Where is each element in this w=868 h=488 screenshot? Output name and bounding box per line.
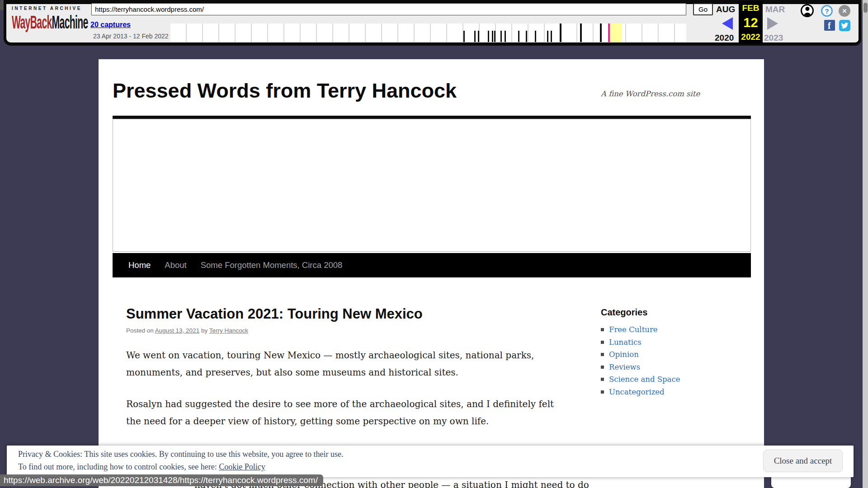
- header-image-placeholder: [113, 119, 751, 252]
- post-date-link[interactable]: August 13, 2021: [155, 327, 199, 334]
- capture-tick-icon: [580, 23, 582, 42]
- category-link[interactable]: Opinion: [609, 350, 639, 359]
- facebook-share-icon[interactable]: f: [824, 20, 835, 31]
- capture-tick-icon: [492, 31, 493, 42]
- category-link[interactable]: Free Culture: [609, 325, 658, 334]
- current-month-label: FEB: [742, 3, 760, 13]
- help-icon[interactable]: ?: [821, 5, 833, 17]
- category-item[interactable]: Free Culture: [601, 324, 755, 336]
- category-item[interactable]: Opinion: [601, 348, 755, 361]
- by-label: by: [201, 327, 208, 334]
- category-item[interactable]: Uncategorized: [601, 386, 755, 399]
- cookie-policy-link[interactable]: Cookie Policy: [219, 462, 265, 471]
- close-toolbar-icon[interactable]: ✕: [839, 5, 850, 17]
- bullet-icon: [601, 353, 604, 356]
- category-link[interactable]: Lunatics: [609, 338, 642, 347]
- bullet-icon: [601, 390, 604, 394]
- next-capture-arrow-icon[interactable]: [767, 17, 778, 30]
- categories-list: Free Culture Lunatics Opinion Reviews Sc…: [601, 324, 755, 398]
- cookie-banner: Privacy & Cookies: This site uses cookie…: [7, 446, 854, 477]
- capture-tick-icon: [494, 31, 495, 42]
- category-link[interactable]: Uncategorized: [609, 388, 665, 396]
- capture-tick-icon: [463, 31, 465, 42]
- bullet-icon: [601, 328, 604, 331]
- current-year-label: 2022: [741, 32, 760, 42]
- bullet-icon: [601, 378, 604, 381]
- capture-tick-icon: [600, 23, 602, 42]
- post-paragraph: Rosalyn had suggested the desire to see …: [126, 395, 556, 430]
- category-link[interactable]: Science and Space: [609, 375, 680, 384]
- capture-tick-icon: [560, 23, 561, 42]
- category-link[interactable]: Reviews: [609, 363, 640, 371]
- captures-date-range: 23 Apr 2013 - 12 Feb 2022: [93, 33, 169, 40]
- cookie-notice-line1: Privacy & Cookies: This site uses cookie…: [18, 450, 344, 459]
- nav-item-home[interactable]: Home: [128, 260, 151, 270]
- category-item[interactable]: Reviews: [601, 361, 755, 374]
- archive-url-input[interactable]: [91, 3, 686, 15]
- go-button[interactable]: Go: [693, 3, 713, 15]
- bullet-icon: [601, 341, 604, 344]
- nav-item-about[interactable]: About: [165, 260, 186, 270]
- captures-count-link[interactable]: 20 captures: [90, 21, 131, 29]
- category-item[interactable]: Lunatics: [601, 336, 755, 349]
- twitter-share-icon[interactable]: [839, 20, 850, 31]
- current-day-label: 12: [743, 16, 758, 29]
- wayback-machine-wordmark: WayBackMachine: [12, 12, 88, 33]
- cookie-notice-line2: To find out more, including how to contr…: [18, 462, 265, 472]
- site-title[interactable]: Pressed Words from Terry Hancock: [113, 79, 457, 103]
- header-divider: [113, 116, 751, 119]
- capture-tick-icon: [488, 31, 489, 42]
- next-year-label: 2023: [764, 33, 783, 43]
- categories-heading: Categories: [601, 307, 755, 318]
- sidebar: Categories Free Culture Lunatics Opinion…: [601, 307, 755, 398]
- vertical-scrollbar[interactable]: [863, 0, 868, 488]
- post-title[interactable]: Summer Vacation 2021: Touring New Mexico: [126, 306, 423, 322]
- capture-tick-icon: [526, 31, 527, 42]
- main-nav: Home About Some Forgotten Moments, Circa…: [113, 253, 751, 277]
- category-item[interactable]: Science and Space: [601, 373, 755, 386]
- site-tagline: A fine WordPress.com site: [601, 89, 700, 98]
- prev-year-label: 2020: [715, 33, 734, 43]
- next-month-label: MAR: [765, 5, 785, 14]
- capture-tick-icon: [505, 31, 506, 42]
- status-url-tooltip: https://web.archive.org/web/202202120314…: [0, 474, 323, 486]
- close-and-accept-button[interactable]: Close and accept: [763, 450, 843, 472]
- twitter-bird-icon: [841, 22, 849, 29]
- scrollbar-thumb[interactable]: [863, 3, 868, 13]
- screen: INTERNET ARCHIVE WayBackMachine Go 20 ca…: [0, 0, 868, 488]
- capture-timeline[interactable]: [170, 23, 686, 42]
- capture-tick-icon: [474, 31, 476, 42]
- profile-icon[interactable]: [801, 4, 814, 17]
- bullet-icon: [601, 366, 604, 369]
- nav-item-forgotten-moments[interactable]: Some Forgotten Moments, Circa 2008: [201, 260, 343, 270]
- capture-tick-icon: [500, 31, 502, 42]
- blog-page: Pressed Words from Terry Hancock A fine …: [99, 59, 764, 488]
- prev-capture-arrow-icon[interactable]: [722, 17, 733, 30]
- current-capture-highlight: [610, 23, 622, 42]
- posted-on-label: Posted on: [126, 327, 154, 334]
- prev-month-label: AUG: [716, 5, 735, 14]
- capture-tick-icon: [478, 31, 479, 42]
- post-paragraph: We went on vacation, touring New Mexico …: [126, 347, 556, 381]
- capture-tick-icon: [535, 31, 536, 42]
- capture-tick-icon: [547, 31, 548, 42]
- current-capture-date[interactable]: FEB 12 2022: [739, 1, 763, 44]
- current-capture-marker: [608, 23, 610, 42]
- cookie-notice-line2-text: To find out more, including how to contr…: [18, 462, 219, 471]
- capture-tick-icon: [518, 31, 519, 42]
- capture-tick-icon: [551, 31, 552, 42]
- post-author-link[interactable]: Terry Hancock: [209, 327, 248, 334]
- post-meta: Posted on August 13, 2021 by Terry Hanco…: [126, 327, 248, 334]
